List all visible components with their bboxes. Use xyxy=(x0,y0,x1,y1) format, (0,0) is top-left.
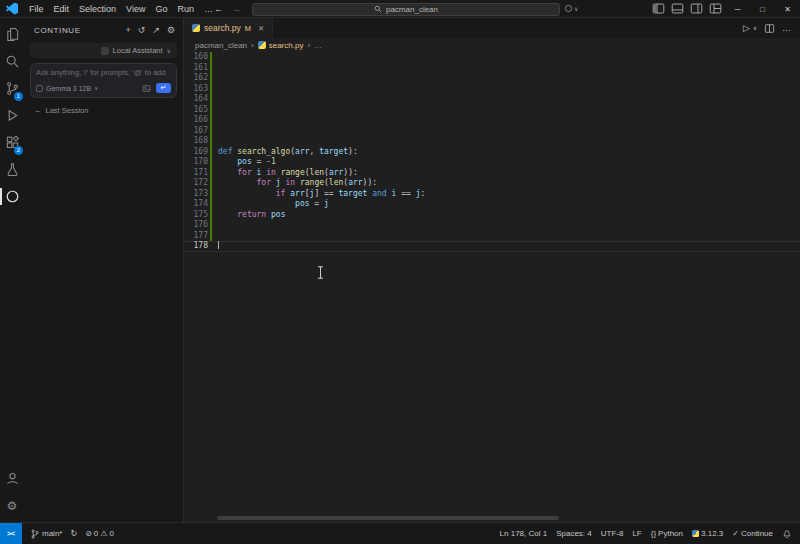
errors-count: 0 xyxy=(94,529,98,538)
panel-settings-icon[interactable]: ⚙ xyxy=(167,25,175,35)
menu-item-file[interactable]: File xyxy=(24,0,49,18)
tab-close-icon[interactable]: ✕ xyxy=(258,24,264,33)
breadcrumb-file[interactable]: search.py xyxy=(258,41,304,50)
remote-icon: >< xyxy=(7,530,15,537)
continue-status-item[interactable]: ✓ Continue xyxy=(732,529,773,538)
code-line-163[interactable]: 163 xyxy=(184,84,800,95)
menu-item-go[interactable]: Go xyxy=(150,0,172,18)
line-number: 171 xyxy=(184,168,208,179)
problems-item[interactable]: ⊘ 0 ⚠ 0 xyxy=(85,529,114,538)
eol-item[interactable]: LF xyxy=(632,529,641,538)
code-text xyxy=(208,241,219,252)
copilot-icon[interactable]: ∨ xyxy=(564,4,578,13)
menu-item-view[interactable]: View xyxy=(121,0,150,18)
code-line-164[interactable]: 164 xyxy=(184,94,800,105)
nav-forward-icon[interactable]: → xyxy=(232,4,241,14)
activity-bar-bottom: ⚙ xyxy=(0,465,24,522)
assistant-label: Local Assistant xyxy=(113,46,163,55)
chat-input-card[interactable]: Ask anything, '/' for prompts, '@' to ad… xyxy=(30,63,177,98)
run-python-file-button[interactable]: ▷ xyxy=(743,23,750,33)
activitybar-extensions-icon[interactable]: 2 xyxy=(0,129,24,156)
menu-item-edit[interactable]: Edit xyxy=(49,0,75,18)
titlebar: FileEditSelectionViewGoRun… ← → pacman_c… xyxy=(0,0,800,18)
code-line-178[interactable]: 178 xyxy=(184,241,800,252)
customize-layout-icon[interactable] xyxy=(709,2,722,15)
activitybar-testing-icon[interactable] xyxy=(0,156,24,183)
code-text: pos = j xyxy=(208,199,329,210)
enter-icon: ↵ xyxy=(161,83,167,93)
settings-gear-icon[interactable]: ⚙ xyxy=(0,492,24,519)
warnings-icon: ⚠ xyxy=(100,529,107,538)
nav-back-icon[interactable]: ← xyxy=(214,4,223,14)
send-button[interactable]: ↵ xyxy=(156,83,171,93)
code-line-169[interactable]: 169def search_algo(arr, target): xyxy=(184,147,800,158)
horizontal-scrollbar[interactable] xyxy=(217,516,559,520)
command-center-search[interactable]: pacman_clean xyxy=(252,3,560,16)
code-line-165[interactable]: 165 xyxy=(184,105,800,116)
code-text: pos = -1 xyxy=(208,157,276,168)
code-line-162[interactable]: 162 xyxy=(184,73,800,84)
activity-bar: 1 2 xyxy=(0,18,24,522)
encoding-item[interactable]: UTF-8 xyxy=(601,529,624,538)
breadcrumb-symbol[interactable]: … xyxy=(314,41,322,50)
branch-icon xyxy=(30,529,40,539)
code-line-177[interactable]: 177 xyxy=(184,231,800,242)
code-line-173[interactable]: 173 if arr[j] == target and i == j: xyxy=(184,189,800,200)
more-actions-icon[interactable]: … xyxy=(782,23,791,33)
git-branch-item[interactable]: main* xyxy=(30,529,62,539)
cursor-position-item[interactable]: Ln 178, Col 1 xyxy=(500,529,548,538)
chat-input-placeholder[interactable]: Ask anything, '/' for prompts, '@' to ad… xyxy=(36,68,171,78)
toggle-secondary-sidebar-icon[interactable] xyxy=(690,2,703,15)
last-session-link[interactable]: ← Last Session xyxy=(24,100,183,121)
sync-changes-item[interactable]: ↻ xyxy=(70,529,77,538)
new-session-icon[interactable]: + xyxy=(126,25,131,35)
activitybar-run-debug-icon[interactable] xyxy=(0,102,24,129)
line-number: 174 xyxy=(184,199,208,210)
text-caret xyxy=(218,241,219,249)
code-line-168[interactable]: 168 xyxy=(184,136,800,147)
code-line-166[interactable]: 166 xyxy=(184,115,800,126)
code-line-172[interactable]: 172 for j in range(len(arr)): xyxy=(184,178,800,189)
activitybar-search-icon[interactable] xyxy=(0,48,24,75)
code-line-160[interactable]: 160 xyxy=(184,52,800,63)
minimize-button[interactable]: ─ xyxy=(725,0,750,18)
history-icon[interactable]: ↺ xyxy=(138,25,146,35)
code-line-174[interactable]: 174 pos = j xyxy=(184,199,800,210)
indentation-item[interactable]: Spaces: 4 xyxy=(556,529,592,538)
warnings-count: 0 xyxy=(109,529,113,538)
toggle-primary-sidebar-icon[interactable] xyxy=(652,2,665,15)
menu-item-selection[interactable]: Selection xyxy=(74,0,121,18)
notifications-bell-icon[interactable] xyxy=(782,529,792,539)
activitybar-continue-icon[interactable] xyxy=(0,183,24,210)
code-line-171[interactable]: 171 for i in range(len(arr)): xyxy=(184,168,800,179)
open-in-editor-icon[interactable]: ↗ xyxy=(152,25,160,35)
remote-window-button[interactable]: >< xyxy=(0,523,22,544)
add-image-icon[interactable] xyxy=(142,84,151,93)
close-button[interactable]: ✕ xyxy=(775,0,800,18)
model-selector[interactable]: Gemma 3 12B ∨ xyxy=(36,85,98,92)
line-number: 177 xyxy=(184,231,208,242)
split-editor-icon[interactable] xyxy=(764,23,775,34)
activitybar-explorer-icon[interactable] xyxy=(0,21,24,48)
code-line-167[interactable]: 167 xyxy=(184,126,800,137)
tab-search-py[interactable]: search.py M ✕ xyxy=(184,18,273,38)
menu-item-run[interactable]: Run xyxy=(172,0,199,18)
code-editor[interactable]: 160161162163164165166167168169def search… xyxy=(184,52,800,522)
code-line-170[interactable]: 170 pos = -1 xyxy=(184,157,800,168)
toggle-panel-icon[interactable] xyxy=(671,2,684,15)
language-mode-item[interactable]: {} Python xyxy=(651,529,683,538)
git-modified-badge: M xyxy=(245,24,251,33)
breadcrumb-folder[interactable]: pacman_clean xyxy=(195,41,247,50)
run-dropdown-icon[interactable]: ∨ xyxy=(753,25,757,31)
code-line-175[interactable]: 175 return pos xyxy=(184,210,800,221)
line-number: 160 xyxy=(184,52,208,63)
maximize-button[interactable]: □ xyxy=(750,0,775,18)
copilot-glyph-icon xyxy=(564,4,573,13)
assistant-selector[interactable]: Local Assistant ∨ xyxy=(30,43,177,58)
python-interpreter-item[interactable]: 3.12.3 xyxy=(692,529,723,538)
code-line-176[interactable]: 176 xyxy=(184,220,800,231)
code-line-161[interactable]: 161 xyxy=(184,63,800,74)
account-icon[interactable] xyxy=(0,465,24,492)
activitybar-source-control-icon[interactable]: 1 xyxy=(0,75,24,102)
panel-header: CONTINUE + ↺ ↗ ⚙ xyxy=(24,18,183,40)
